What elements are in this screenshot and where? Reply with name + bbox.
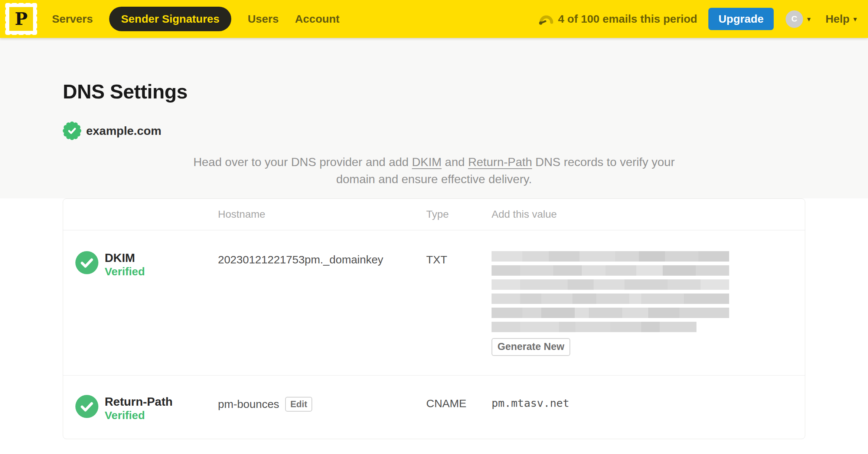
navbar-right: 4 of 100 emails this period Upgrade C ▾ … xyxy=(538,8,857,30)
top-navbar: P Servers Sender Signatures Users Accoun… xyxy=(0,0,868,38)
bottom-spacer xyxy=(0,439,868,454)
avatar[interactable]: C xyxy=(786,10,803,28)
chevron-down-icon: ▾ xyxy=(853,16,857,23)
record-name: DKIM xyxy=(105,251,145,265)
dkim-link[interactable]: DKIM xyxy=(412,155,441,169)
record-status: Verified xyxy=(105,409,173,422)
redacted-dns-value xyxy=(492,251,729,332)
redacted-line xyxy=(492,294,729,304)
usage-meter: 4 of 100 emails this period xyxy=(538,13,697,25)
chevron-down-icon: ▾ xyxy=(807,16,811,23)
dkim-status-cell: DKIM Verified xyxy=(63,251,218,278)
return-path-type: CNAME xyxy=(426,397,492,410)
return-path-link[interactable]: Return-Path xyxy=(468,155,532,169)
return-path-hostname-cell: pm-bounces Edit xyxy=(218,397,426,412)
verified-domain: example.com xyxy=(63,121,805,140)
return-path-status-cell: Return-Path Verified xyxy=(63,395,218,422)
return-path-hostname: pm-bounces xyxy=(218,398,279,411)
column-header-type: Type xyxy=(426,208,492,220)
page-description: Head over to your DNS provider and add D… xyxy=(193,153,675,188)
dkim-value-cell: Generate New xyxy=(492,251,805,356)
dns-records-card: Hostname Type Add this value DKIM Verifi… xyxy=(63,198,805,439)
help-label: Help xyxy=(825,13,849,25)
table-row-dkim: DKIM Verified 20230121221753pm._domainke… xyxy=(63,230,805,375)
description-text: Head over to your DNS provider and add xyxy=(193,155,412,169)
redacted-line xyxy=(492,308,729,318)
dns-records-section: Hostname Type Add this value DKIM Verifi… xyxy=(0,198,868,454)
redacted-line xyxy=(492,279,729,290)
help-menu[interactable]: Help ▾ xyxy=(825,13,857,25)
column-header-value: Add this value xyxy=(492,208,805,220)
edit-button[interactable]: Edit xyxy=(285,397,312,412)
postmark-logo-letter: P xyxy=(9,7,33,31)
record-status: Verified xyxy=(105,265,145,278)
nav-item-servers[interactable]: Servers xyxy=(52,13,93,25)
nav-item-users[interactable]: Users xyxy=(248,13,278,25)
return-path-value: pm.mtasv.net xyxy=(492,397,805,409)
record-name: Return-Path xyxy=(105,395,173,408)
check-circle-icon xyxy=(75,395,98,418)
dkim-type: TXT xyxy=(426,253,492,266)
gauge-icon xyxy=(538,13,553,25)
dkim-hostname: 20230121221753pm._domainkey xyxy=(218,253,426,266)
nav-item-account[interactable]: Account xyxy=(295,13,340,25)
check-circle-icon xyxy=(75,251,98,274)
column-header-hostname: Hostname xyxy=(218,208,426,220)
generate-new-button[interactable]: Generate New xyxy=(492,338,570,356)
verified-seal-icon xyxy=(63,121,81,140)
primary-nav: Servers Sender Signatures Users Account xyxy=(52,7,340,31)
redacted-line xyxy=(492,322,696,332)
nav-item-sender-signatures[interactable]: Sender Signatures xyxy=(109,7,231,31)
page-title: DNS Settings xyxy=(63,80,805,103)
redacted-line xyxy=(492,251,729,262)
description-text: and xyxy=(441,155,468,169)
postmark-logo[interactable]: P xyxy=(5,3,37,35)
table-header-row: Hostname Type Add this value xyxy=(63,199,805,230)
redacted-line xyxy=(492,265,729,276)
domain-name: example.com xyxy=(86,124,161,138)
table-row-return-path: Return-Path Verified pm-bounces Edit CNA… xyxy=(63,375,805,439)
account-menu[interactable]: C ▾ xyxy=(786,10,811,28)
usage-text: 4 of 100 emails this period xyxy=(558,13,697,25)
upgrade-button[interactable]: Upgrade xyxy=(708,8,774,30)
